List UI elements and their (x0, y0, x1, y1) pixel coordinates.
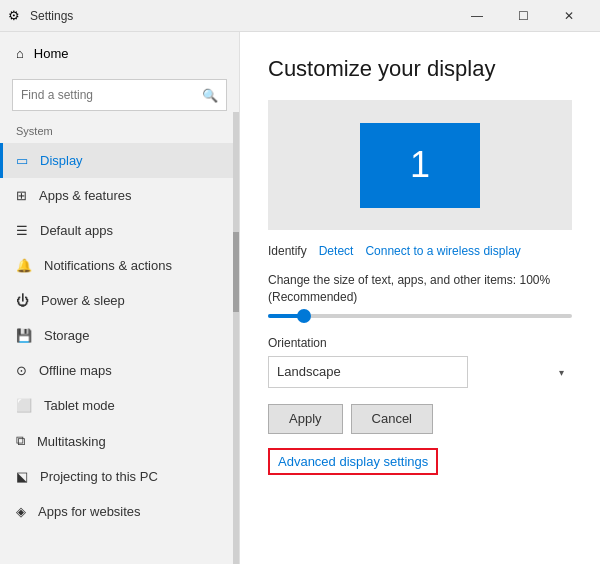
sidebar-item-apps-label: Apps & features (39, 188, 132, 203)
sidebar: ⌂ Home 🔍 System ▭ Display ⊞ Apps & featu… (0, 32, 240, 564)
sidebar-nav: ▭ Display ⊞ Apps & features ☰ Default ap… (0, 143, 239, 564)
app-body: ⌂ Home 🔍 System ▭ Display ⊞ Apps & featu… (0, 32, 600, 564)
sidebar-item-storage[interactable]: 💾 Storage (0, 318, 239, 353)
settings-icon: ⚙ (8, 8, 24, 24)
sidebar-section-system: System (0, 121, 239, 143)
main-content: Customize your display 1 Identify Detect… (240, 32, 600, 564)
text-size-slider[interactable] (268, 314, 572, 318)
window-title: Settings (30, 9, 454, 23)
sidebar-item-tablet-mode[interactable]: ⬜ Tablet mode (0, 388, 239, 423)
sidebar-scrollbar[interactable] (233, 112, 239, 564)
multitasking-icon: ⧉ (16, 433, 25, 449)
sidebar-item-default-label: Default apps (40, 223, 113, 238)
websites-icon: ◈ (16, 504, 26, 519)
display-icon: ▭ (16, 153, 28, 168)
sidebar-item-maps-label: Offline maps (39, 363, 112, 378)
search-icon: 🔍 (202, 88, 218, 103)
detect-link[interactable]: Detect (319, 244, 354, 258)
monitor-number: 1 (410, 144, 430, 186)
sidebar-item-default-apps[interactable]: ☰ Default apps (0, 213, 239, 248)
search-input[interactable] (21, 88, 196, 102)
maximize-button[interactable]: ☐ (500, 0, 546, 32)
text-size-label: Change the size of text, apps, and other… (268, 272, 572, 306)
default-apps-icon: ☰ (16, 223, 28, 238)
chevron-down-icon: ▾ (559, 366, 564, 377)
window-controls: — ☐ ✕ (454, 0, 592, 32)
sidebar-scrollbar-thumb[interactable] (233, 232, 239, 312)
sidebar-item-power-label: Power & sleep (41, 293, 125, 308)
home-icon: ⌂ (16, 46, 24, 61)
sidebar-item-home[interactable]: ⌂ Home (0, 32, 239, 75)
slider-track (268, 314, 572, 318)
button-row: Apply Cancel (268, 404, 572, 434)
advanced-display-link[interactable]: Advanced display settings (278, 454, 428, 469)
power-icon: ⏻ (16, 293, 29, 308)
sidebar-item-projecting[interactable]: ⬕ Projecting to this PC (0, 459, 239, 494)
page-title: Customize your display (268, 56, 572, 82)
monitor-thumbnail: 1 (360, 123, 480, 208)
minimize-button[interactable]: — (454, 0, 500, 32)
sidebar-item-storage-label: Storage (44, 328, 90, 343)
advanced-display-box: Advanced display settings (268, 448, 438, 475)
orientation-label: Orientation (268, 336, 572, 350)
sidebar-item-power-sleep[interactable]: ⏻ Power & sleep (0, 283, 239, 318)
wireless-link[interactable]: Connect to a wireless display (365, 244, 520, 258)
sidebar-item-multitasking[interactable]: ⧉ Multitasking (0, 423, 239, 459)
notifications-icon: 🔔 (16, 258, 32, 273)
maps-icon: ⊙ (16, 363, 27, 378)
identify-link[interactable]: Identify (268, 244, 307, 258)
display-links-row: Identify Detect Connect to a wireless di… (268, 244, 572, 258)
search-box[interactable]: 🔍 (12, 79, 227, 111)
apps-icon: ⊞ (16, 188, 27, 203)
storage-icon: 💾 (16, 328, 32, 343)
projecting-icon: ⬕ (16, 469, 28, 484)
apply-button[interactable]: Apply (268, 404, 343, 434)
title-bar: ⚙ Settings — ☐ ✕ (0, 0, 600, 32)
home-label: Home (34, 46, 69, 61)
sidebar-item-multi-label: Multitasking (37, 434, 106, 449)
sidebar-item-display-label: Display (40, 153, 83, 168)
cancel-button[interactable]: Cancel (351, 404, 433, 434)
sidebar-item-display[interactable]: ▭ Display (0, 143, 239, 178)
tablet-icon: ⬜ (16, 398, 32, 413)
sidebar-item-notif-label: Notifications & actions (44, 258, 172, 273)
slider-thumb[interactable] (297, 309, 311, 323)
sidebar-item-project-label: Projecting to this PC (40, 469, 158, 484)
orientation-select[interactable]: Landscape Portrait Landscape (flipped) P… (268, 356, 468, 388)
sidebar-item-tablet-label: Tablet mode (44, 398, 115, 413)
sidebar-item-websites-label: Apps for websites (38, 504, 141, 519)
orientation-select-wrapper: Landscape Portrait Landscape (flipped) P… (268, 356, 572, 388)
display-preview: 1 (268, 100, 572, 230)
sidebar-item-apps-websites[interactable]: ◈ Apps for websites (0, 494, 239, 529)
sidebar-item-notifications[interactable]: 🔔 Notifications & actions (0, 248, 239, 283)
close-button[interactable]: ✕ (546, 0, 592, 32)
sidebar-item-apps-features[interactable]: ⊞ Apps & features (0, 178, 239, 213)
sidebar-item-offline-maps[interactable]: ⊙ Offline maps (0, 353, 239, 388)
